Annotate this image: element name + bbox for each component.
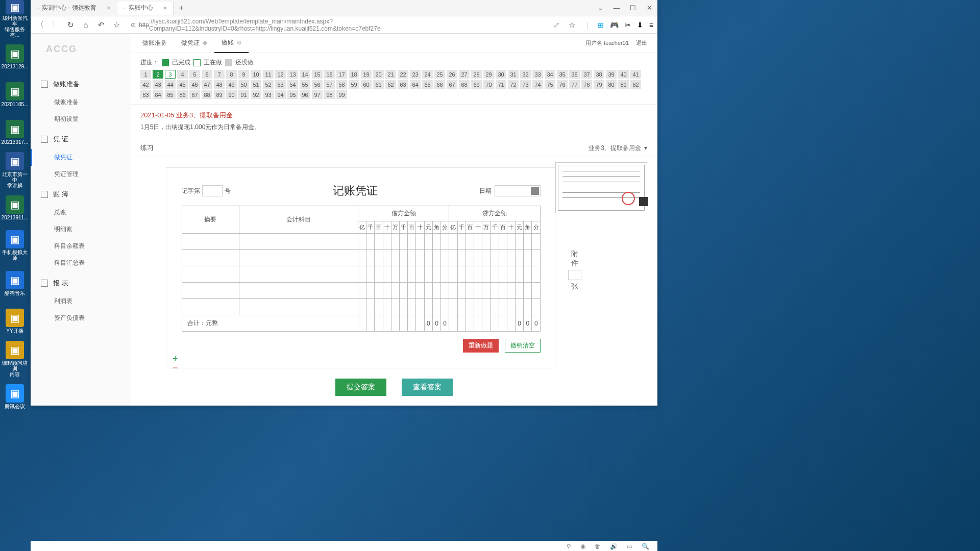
undo-icon[interactable]: ↶ [96,20,106,30]
menu-item[interactable]: 期初设置 [31,111,130,128]
progress-cell[interactable]: 2 [153,70,163,79]
progress-cell[interactable]: 81 [618,80,629,89]
progress-cell[interactable]: 98 [324,90,335,99]
tray-icon[interactable]: ◉ [580,543,585,550]
menu-item[interactable]: 做凭证 [31,149,130,166]
menu-item[interactable]: 明细账 [31,221,130,238]
progress-cell[interactable]: 90 [226,90,237,99]
nav-back-icon[interactable]: 〈 [35,20,45,30]
submit-button[interactable]: 提交答案 [335,379,386,396]
progress-cell[interactable]: 24 [422,70,433,79]
progress-cell[interactable]: 79 [594,80,604,89]
tray-icon[interactable]: 🔊 [610,543,618,550]
progress-cell[interactable]: 43 [153,80,163,89]
progress-cell[interactable]: 72 [508,80,519,89]
progress-cell[interactable]: 32 [520,70,531,79]
desktop-shortcut[interactable]: ▣YY开播 [0,302,30,340]
view-answer-button[interactable]: 查看答案 [402,379,453,396]
progress-cell[interactable]: 39 [606,70,617,79]
tray-icon[interactable]: 🗑 [595,543,601,550]
nav-forward-icon[interactable]: 〉 [50,20,60,30]
menu-group-head[interactable]: 报 表 [31,273,130,293]
progress-cell[interactable]: 27 [459,70,470,79]
progress-cell[interactable]: 54 [287,80,298,89]
window-shrink-icon[interactable]: ⌄ [592,0,608,16]
progress-cell[interactable]: 67 [447,80,457,89]
progress-cell[interactable]: 15 [312,70,323,79]
menu-item[interactable]: 科目余额表 [31,238,130,255]
progress-cell[interactable]: 34 [545,70,555,79]
star-icon[interactable]: ☆ [111,20,121,30]
window-maximize-icon[interactable]: ☐ [625,0,641,16]
progress-cell[interactable]: 97 [312,90,323,99]
redo-button[interactable]: 重新做题 [463,339,499,353]
progress-cell[interactable]: 66 [434,80,445,89]
progress-cell[interactable]: 13 [287,70,298,79]
progress-cell[interactable]: 78 [581,80,592,89]
progress-cell[interactable]: 14 [300,70,310,79]
voucher-row[interactable] [182,299,541,315]
tray-icon[interactable]: 🔍 [642,543,649,550]
progress-cell[interactable]: 63 [398,80,408,89]
close-icon[interactable]: × [163,4,167,12]
progress-cell[interactable]: 80 [606,80,617,89]
progress-cell[interactable]: 1 [140,70,151,79]
window-close-icon[interactable]: ✕ [641,0,657,16]
progress-cell[interactable]: 23 [410,70,421,79]
tray-icon[interactable]: ⚲ [567,543,571,550]
task-dropdown[interactable]: 业务3、提取备用金▾ [589,144,647,153]
progress-cell[interactable]: 37 [581,70,592,79]
progress-cell[interactable]: 42 [140,80,151,89]
progress-cell[interactable]: 16 [324,70,335,79]
progress-cell[interactable]: 55 [300,80,310,89]
progress-cell[interactable]: 38 [594,70,604,79]
progress-cell[interactable]: 83 [140,90,151,99]
progress-cell[interactable]: 41 [630,70,641,79]
voucher-row[interactable] [182,250,541,266]
menu-item[interactable]: 凭证管理 [31,166,130,183]
menu-group-head[interactable]: 凭 证 [31,130,130,149]
progress-cell[interactable]: 30 [496,70,506,79]
progress-cell[interactable]: 46 [189,80,200,89]
desktop-shortcut[interactable]: ▣20213917... [0,113,30,151]
progress-cell[interactable]: 95 [287,90,298,99]
game-icon[interactable]: 🎮 [610,21,619,29]
progress-cell[interactable]: 84 [153,90,163,99]
desktop-shortcut[interactable]: ▣北京市第一中学讲解 [0,151,30,189]
date-input[interactable] [495,185,541,196]
address-bar[interactable]: ⊘ http://lysc.kuaiji521.com/WebTemplate/… [127,19,547,31]
browser-tab[interactable]: ▫实训中心 - 领远教育× [31,2,117,15]
progress-cell[interactable]: 60 [361,80,372,89]
menu-item[interactable]: 总账 [31,204,130,221]
progress-cell[interactable]: 19 [361,70,372,79]
menu-icon[interactable]: ≡ [649,21,653,29]
menu-item[interactable]: 科目汇总表 [31,255,130,271]
progress-cell[interactable]: 36 [569,70,580,79]
progress-cell[interactable]: 9 [238,70,249,79]
progress-cell[interactable]: 57 [324,80,335,89]
progress-cell[interactable]: 26 [447,70,457,79]
bookmark-icon[interactable]: ☆ [567,20,577,30]
voucher-number-input[interactable] [202,185,223,196]
progress-cell[interactable]: 74 [532,80,543,89]
progress-cell[interactable]: 49 [226,80,237,89]
menu-group-head[interactable]: 账 簿 [31,185,130,204]
progress-cell[interactable]: 6 [202,70,212,79]
progress-cell[interactable]: 65 [422,80,433,89]
progress-cell[interactable]: 93 [263,90,274,99]
logout-link[interactable]: 退出 [636,39,647,47]
progress-cell[interactable]: 25 [434,70,445,79]
progress-cell[interactable]: 73 [520,80,531,89]
progress-cell[interactable]: 3 [165,70,176,79]
attach-count-input[interactable] [568,270,581,280]
progress-cell[interactable]: 69 [471,80,482,89]
desktop-shortcut[interactable]: ▣酷狗音乐 [0,264,30,302]
progress-cell[interactable]: 7 [214,70,225,79]
progress-cell[interactable]: 68 [459,80,470,89]
progress-cell[interactable]: 10 [251,70,261,79]
new-tab-button[interactable]: + [174,4,189,13]
progress-cell[interactable]: 62 [385,80,396,89]
progress-cell[interactable]: 71 [496,80,506,89]
menu-item[interactable]: 资产负债表 [31,310,130,327]
progress-cell[interactable]: 8 [226,70,237,79]
